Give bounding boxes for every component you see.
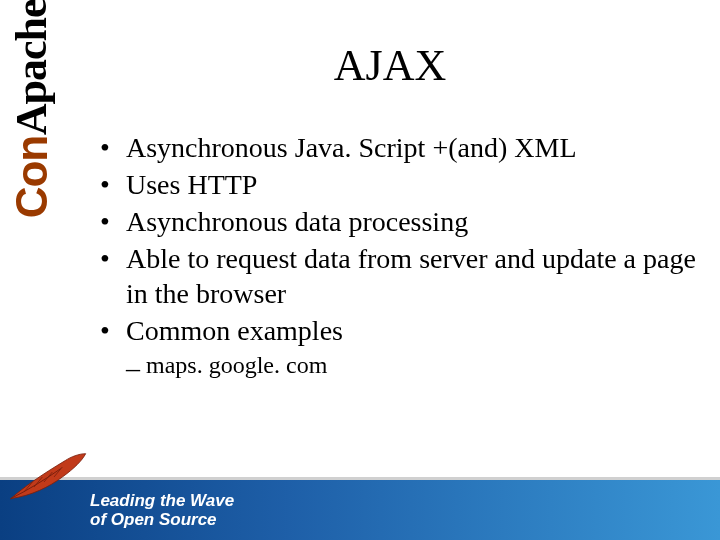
bullet-item: Able to request data from server and upd…: [100, 241, 700, 311]
sub-bullet-item: maps. google. com: [126, 350, 700, 380]
brand-con: Con: [6, 136, 56, 219]
footer: Leading the Wave of Open Source: [0, 444, 720, 540]
feather-icon: [6, 452, 92, 502]
tagline-line1: Leading the Wave: [90, 491, 234, 511]
slide-body: Asynchronous Java. Script +(and) XML Use…: [100, 130, 700, 382]
bullet-item: Asynchronous Java. Script +(and) XML: [100, 130, 700, 165]
tagline-line2: of Open Source: [90, 510, 234, 530]
slide: Con Apache AJAX Asynchronous Java. Scrip…: [0, 0, 720, 540]
brand-text: Con Apache: [6, 0, 57, 218]
bullet-item: Common examples: [100, 313, 700, 348]
sub-bullet-list: maps. google. com: [126, 350, 700, 380]
bullet-item: Asynchronous data processing: [100, 204, 700, 239]
slide-title: AJAX: [80, 40, 700, 91]
brand-sidebar: Con Apache: [0, 0, 62, 450]
brand-apache: Apache: [6, 0, 57, 136]
bullet-item: Uses HTTP: [100, 167, 700, 202]
footer-tagline: Leading the Wave of Open Source: [90, 491, 234, 530]
bullet-list: Asynchronous Java. Script +(and) XML Use…: [100, 130, 700, 348]
